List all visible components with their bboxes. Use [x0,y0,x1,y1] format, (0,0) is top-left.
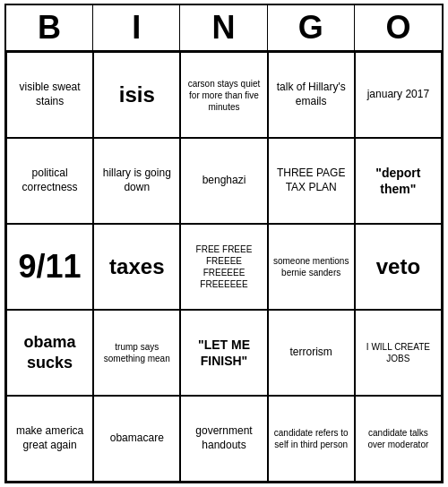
bingo-cell-1: isis [93,52,180,138]
bingo-cell-11: taxes [93,224,180,310]
bingo-cell-24: candidate talks over moderator [355,396,442,482]
bingo-cell-19: I WILL CREATE JOBS [355,310,442,396]
bingo-cell-0: visible sweat stains [6,52,93,138]
bingo-header: BINGO [6,5,442,52]
bingo-cell-5: political correctness [6,138,93,224]
bingo-cell-7: benghazi [180,138,267,224]
bingo-cell-8: THREE PAGE TAX PLAN [268,138,355,224]
bingo-cell-12: FREE FREEE FREEEE FREEEEE FREEEEEE [180,224,267,310]
bingo-cell-4: january 2017 [355,52,442,138]
bingo-cell-14: veto [355,224,442,310]
bingo-cell-15: obama sucks [6,310,93,396]
bingo-cell-13: someone mentions bernie sanders [268,224,355,310]
bingo-cell-20: make america great again [6,396,93,482]
bingo-letter-o: O [355,5,442,50]
bingo-cell-18: terrorism [268,310,355,396]
bingo-cell-23: candidate refers to self in third person [268,396,355,482]
bingo-cell-9: "deport them" [355,138,442,224]
bingo-cell-3: talk of Hillary's emails [268,52,355,138]
bingo-grid: visible sweat stainsisiscarson stays qui… [6,52,442,482]
bingo-card: BINGO visible sweat stainsisiscarson sta… [4,4,444,483]
bingo-cell-10: 9/11 [6,224,93,310]
bingo-letter-b: B [6,5,93,50]
bingo-cell-2: carson stays quiet for more than five mi… [180,52,267,138]
bingo-cell-16: trump says something mean [93,310,180,396]
bingo-letter-i: I [93,5,180,50]
bingo-letter-g: G [268,5,355,50]
bingo-cell-17: "LET ME FINISH" [180,310,267,396]
bingo-cell-21: obamacare [93,396,180,482]
bingo-letter-n: N [180,5,267,50]
bingo-cell-6: hillary is going down [93,138,180,224]
bingo-cell-22: government handouts [180,396,267,482]
